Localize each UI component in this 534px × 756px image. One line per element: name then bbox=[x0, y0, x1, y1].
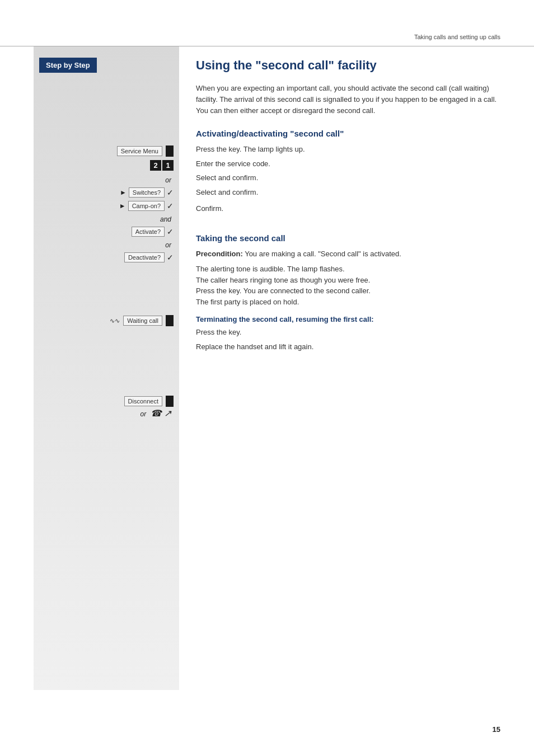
check-activate: ✓ bbox=[167, 227, 174, 236]
step3-text: Select and confirm. bbox=[196, 172, 500, 184]
arrow-switches: ► bbox=[120, 189, 127, 196]
digit-1: 1 bbox=[162, 160, 174, 171]
digit-2: 2 bbox=[150, 160, 161, 171]
page-title: Using the "second call" facility bbox=[196, 58, 500, 74]
content-area: Step by Step Service Menu 2 1 or ► Switc… bbox=[0, 46, 534, 712]
main-content: Using the "second call" facility When yo… bbox=[179, 46, 500, 690]
switches-button[interactable]: Switches? bbox=[129, 187, 165, 198]
or-label-3: or ☎ ↗ bbox=[124, 408, 174, 419]
campon-button[interactable]: Camp-on? bbox=[128, 201, 165, 211]
activate-row: Activate? ✓ bbox=[39, 227, 174, 237]
waiting-call-button[interactable]: Waiting call bbox=[123, 316, 162, 326]
precondition-rest: You are making a call. "Second call" is … bbox=[243, 250, 401, 258]
disconnect-section: Disconnect or ☎ ↗ bbox=[124, 396, 174, 420]
waiting-call-row: ∿∿ Waiting call bbox=[39, 315, 174, 326]
switches-row: ► Switches? ✓ bbox=[39, 187, 174, 198]
section2-heading: Taking the second call bbox=[196, 233, 500, 243]
step8-text: Replace the handset and lift it again. bbox=[196, 341, 500, 353]
and-label: and bbox=[39, 215, 174, 223]
sub-heading: Terminating the second call, resuming th… bbox=[196, 315, 500, 323]
step6-text: The alerting tone is audible. The lamp f… bbox=[196, 264, 500, 307]
step1-text: Press the key. The lamp lights up. bbox=[196, 144, 500, 155]
service-menu-button[interactable]: Service Menu bbox=[117, 146, 162, 156]
wave-symbol: ∿∿ bbox=[110, 317, 120, 325]
or-label-2: or bbox=[39, 241, 174, 249]
intro-text: When you are expecting an important call… bbox=[196, 83, 500, 116]
disconnect-row: Disconnect bbox=[124, 396, 174, 407]
or-label-1: or bbox=[39, 176, 174, 184]
check-switches: ✓ bbox=[167, 188, 174, 197]
divider1 bbox=[196, 218, 500, 231]
deactivate-button[interactable]: Deactivate? bbox=[124, 252, 165, 262]
handset-icon: ☎ ↗ bbox=[151, 408, 171, 418]
section1-heading: Activating/deactivating "second call" bbox=[196, 129, 500, 138]
disconnect-button[interactable]: Disconnect bbox=[124, 396, 162, 406]
activate-button[interactable]: Activate? bbox=[132, 227, 165, 237]
page-number: 15 bbox=[493, 725, 500, 734]
precondition-text: Precondition: You are making a call. "Se… bbox=[196, 248, 500, 260]
code-block: 2 1 bbox=[150, 160, 174, 171]
step7-text: Press the key. bbox=[196, 327, 500, 338]
check-deactivate: ✓ bbox=[167, 253, 174, 262]
step5-text: Confirm. bbox=[196, 203, 500, 214]
campon-row: ► Camp-on? ✓ bbox=[39, 201, 174, 211]
step-by-step-label: Step by Step bbox=[39, 58, 97, 73]
deactivate-row: Deactivate? ✓ bbox=[39, 252, 174, 262]
lamp-indicator bbox=[166, 145, 174, 157]
header-title: Taking calls and setting up calls bbox=[414, 34, 500, 40]
service-menu-row: Service Menu bbox=[39, 145, 174, 157]
arrow-campon: ► bbox=[119, 202, 126, 210]
page-header: Taking calls and setting up calls bbox=[0, 0, 534, 46]
lamp-disconnect bbox=[166, 396, 174, 407]
sidebar-steps: Service Menu 2 1 or ► Switches? ✓ ► Camp… bbox=[39, 78, 174, 420]
sidebar: Step by Step Service Menu 2 1 or ► Switc… bbox=[34, 46, 179, 690]
lamp-waiting bbox=[166, 315, 174, 326]
step4-text: Select and confirm. bbox=[196, 187, 500, 198]
precondition-bold: Precondition: bbox=[196, 250, 243, 258]
step2-text: Enter the service code. bbox=[196, 158, 500, 170]
check-campon: ✓ bbox=[167, 201, 174, 210]
